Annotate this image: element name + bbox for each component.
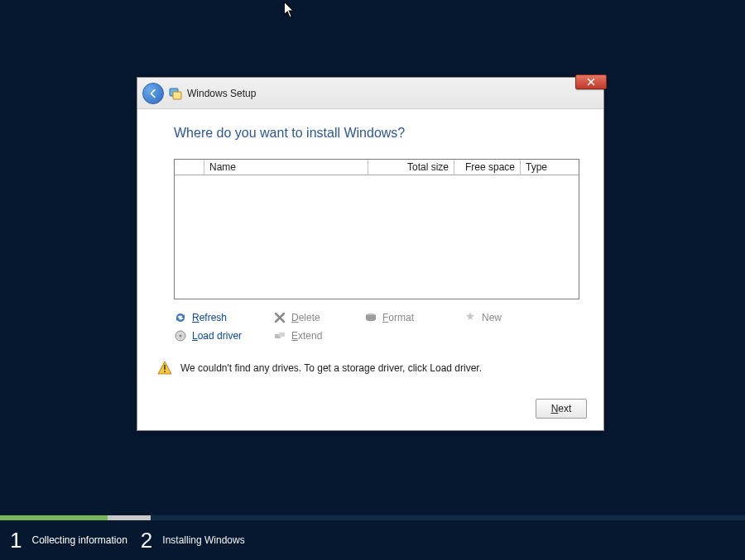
format-label: ormat bbox=[388, 312, 414, 323]
table-body[interactable] bbox=[175, 175, 579, 299]
extend-link: Extend bbox=[273, 329, 364, 342]
warning-icon bbox=[157, 361, 172, 376]
new-icon bbox=[464, 311, 477, 324]
warning-text: We couldn't find any drives. To get a st… bbox=[180, 362, 482, 374]
extend-icon bbox=[273, 329, 286, 342]
load-driver-label: oad driver bbox=[198, 330, 242, 342]
close-icon bbox=[587, 78, 595, 86]
setup-footer: 1 Collecting information 2 Installing Wi… bbox=[0, 520, 745, 560]
step-1-number: 1 bbox=[10, 528, 22, 553]
delete-label: elete bbox=[299, 312, 320, 323]
delete-icon bbox=[273, 311, 286, 324]
back-arrow-icon bbox=[147, 88, 159, 99]
next-button[interactable]: Next bbox=[536, 399, 587, 419]
titlebar: Windows Setup bbox=[137, 78, 603, 109]
col-type[interactable]: Type bbox=[521, 160, 579, 175]
step-2: 2 Installing Windows bbox=[134, 528, 252, 553]
next-label: ext bbox=[558, 403, 571, 414]
svg-rect-1 bbox=[173, 92, 181, 99]
refresh-link[interactable]: Refresh bbox=[174, 311, 273, 324]
svg-rect-7 bbox=[164, 365, 166, 370]
delete-link: Delete bbox=[273, 311, 364, 324]
step-2-label: Installing Windows bbox=[162, 535, 244, 545]
dialog-body: Where do you want to install Windows? Na… bbox=[137, 109, 603, 430]
drive-actions: Refresh Delete Format New bbox=[174, 311, 567, 342]
back-button[interactable] bbox=[142, 83, 164, 104]
col-name[interactable]: Name bbox=[204, 160, 368, 175]
windows-setup-dialog: Windows Setup Where do you want to insta… bbox=[137, 77, 604, 431]
window-title: Windows Setup bbox=[187, 88, 256, 99]
page-heading: Where do you want to install Windows? bbox=[174, 126, 567, 141]
col-free[interactable]: Free space bbox=[454, 160, 521, 175]
col-icon[interactable] bbox=[175, 160, 204, 175]
drive-table: Name Total size Free space Type bbox=[174, 159, 579, 299]
windows-setup-icon bbox=[169, 87, 182, 100]
table-header: Name Total size Free space Type bbox=[175, 160, 579, 175]
close-button[interactable] bbox=[575, 74, 607, 89]
svg-rect-8 bbox=[164, 371, 166, 372]
refresh-label: efresh bbox=[199, 312, 227, 323]
load-driver-link[interactable]: Load driver bbox=[174, 329, 273, 342]
new-link: New bbox=[464, 311, 555, 324]
extend-label: xtend bbox=[298, 330, 322, 342]
new-label: New bbox=[482, 312, 502, 323]
format-icon bbox=[364, 311, 377, 324]
mouse-cursor-icon bbox=[284, 2, 296, 18]
svg-rect-6 bbox=[279, 333, 285, 337]
step-1: 1 Collecting information bbox=[3, 528, 134, 553]
load-driver-icon bbox=[174, 329, 187, 342]
refresh-icon bbox=[174, 311, 187, 324]
step-2-number: 2 bbox=[141, 528, 152, 553]
step-1-label: Collecting information bbox=[31, 535, 127, 545]
col-total[interactable]: Total size bbox=[368, 160, 454, 175]
svg-point-4 bbox=[179, 334, 181, 337]
warning-row: We couldn't find any drives. To get a st… bbox=[157, 361, 567, 376]
format-link: Format bbox=[364, 311, 464, 324]
